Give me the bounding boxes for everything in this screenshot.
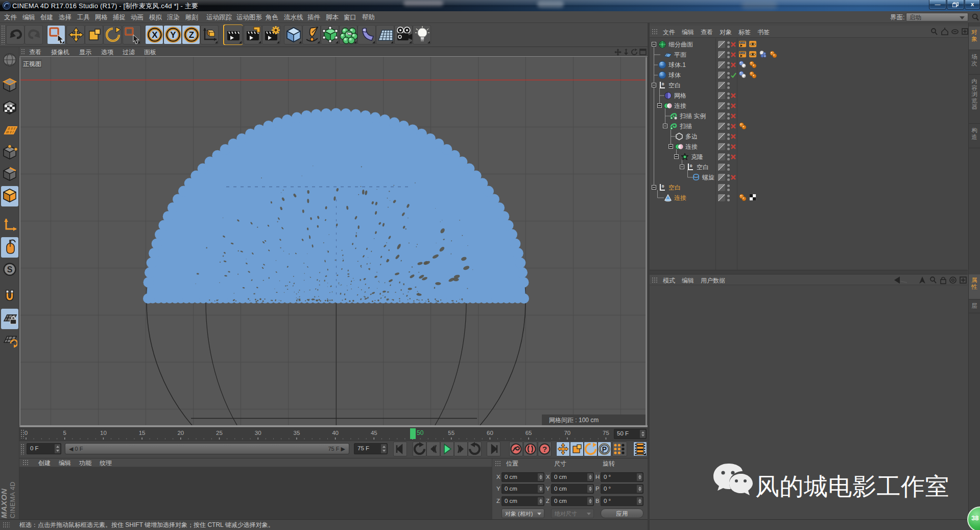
- svg-text:0: 0: [25, 430, 28, 436]
- svg-text:0: 0: [662, 82, 664, 86]
- svg-text:网格间距 : 100 cm: 网格间距 : 100 cm: [549, 417, 599, 424]
- svg-text:10: 10: [100, 430, 107, 436]
- svg-text:S: S: [7, 265, 13, 274]
- svg-text:正视图: 正视图: [23, 60, 41, 67]
- svg-text:Y: Y: [170, 30, 176, 40]
- svg-text:65: 65: [525, 430, 532, 436]
- svg-text:Z: Z: [189, 30, 194, 40]
- svg-text:0: 0: [662, 184, 664, 189]
- svg-text:15: 15: [139, 430, 146, 436]
- svg-text:35: 35: [294, 430, 300, 436]
- svg-text:50: 50: [417, 429, 424, 436]
- svg-text:5: 5: [63, 430, 66, 436]
- svg-text:45: 45: [371, 430, 377, 436]
- svg-text:X: X: [152, 30, 158, 40]
- svg-text:0: 0: [690, 164, 692, 168]
- svg-text:20: 20: [177, 430, 184, 436]
- svg-text:P: P: [602, 445, 607, 453]
- svg-text:70: 70: [564, 430, 570, 436]
- svg-text:55: 55: [448, 430, 455, 436]
- svg-text:40: 40: [332, 430, 339, 436]
- svg-text:?: ?: [542, 445, 547, 453]
- svg-text:30: 30: [255, 430, 261, 436]
- svg-text:60: 60: [487, 430, 493, 436]
- svg-text:25: 25: [216, 430, 223, 436]
- svg-text:75: 75: [603, 430, 609, 436]
